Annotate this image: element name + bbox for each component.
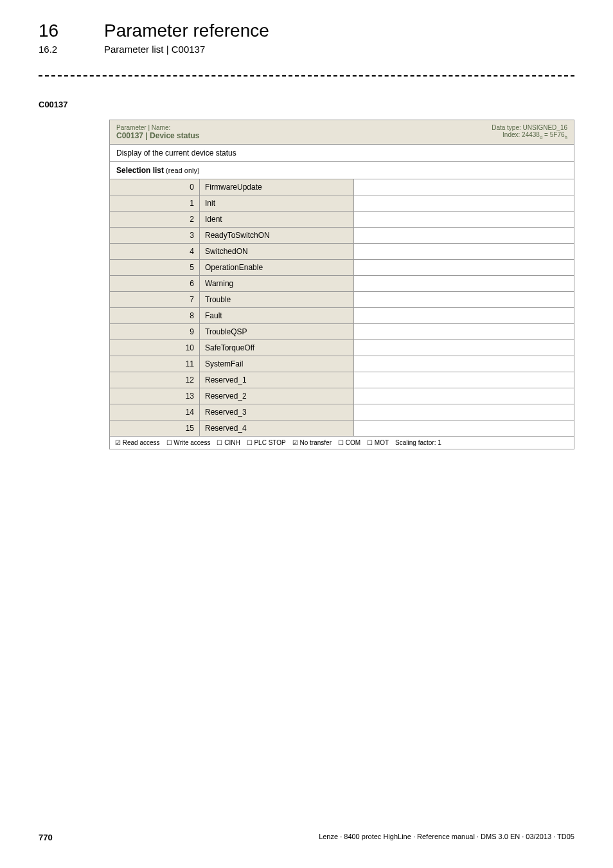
row-blank xyxy=(354,276,574,291)
table-row: 10 SafeTorqueOff xyxy=(110,340,574,356)
parameter-table: Parameter | Name: C00137 | Device status… xyxy=(109,120,574,449)
row-blank xyxy=(354,244,574,259)
index-sub-h: h xyxy=(565,134,567,140)
parameter-name: C00137 | Device status xyxy=(116,131,479,140)
row-blank xyxy=(354,292,574,307)
row-val: Warning xyxy=(200,276,354,291)
data-type: Data type: UNSIGNED_16 xyxy=(492,124,567,131)
chapter-number: 16 xyxy=(39,21,104,41)
access-plcstop: ☐ PLC STOP xyxy=(247,439,286,446)
access-mot: ☐ MOT xyxy=(367,439,389,446)
row-blank xyxy=(354,324,574,339)
row-num: 10 xyxy=(110,340,200,356)
index-line: Index: 24438d = 5F76h xyxy=(492,131,567,140)
row-blank xyxy=(354,388,574,404)
table-row: 9 TroubleQSP xyxy=(110,324,574,340)
row-num: 5 xyxy=(110,260,200,275)
page-footer: 770 Lenze · 8400 protec HighLine · Refer… xyxy=(39,833,574,842)
access-write: ☐ Write access xyxy=(166,439,211,446)
table-row: 6 Warning xyxy=(110,276,574,292)
row-num: 15 xyxy=(110,420,200,436)
access-cinh: ☐ CINH xyxy=(217,439,240,446)
row-val: Reserved_4 xyxy=(200,420,354,436)
row-val: OperationEnable xyxy=(200,260,354,275)
parameter-description: Display of the current device status xyxy=(110,145,574,162)
table-row: 14 Reserved_3 xyxy=(110,404,574,420)
row-num: 11 xyxy=(110,356,200,372)
row-num: 13 xyxy=(110,388,200,404)
row-num: 8 xyxy=(110,308,200,323)
row-val: FirmwareUpdate xyxy=(200,179,354,195)
row-val: TroubleQSP xyxy=(200,324,354,339)
access-com: ☐ COM xyxy=(338,439,360,446)
table-row: 5 OperationEnable xyxy=(110,260,574,276)
table-row: 12 Reserved_1 xyxy=(110,372,574,388)
table-row: 11 SystemFail xyxy=(110,356,574,372)
row-val: SystemFail xyxy=(200,356,354,372)
row-num: 4 xyxy=(110,244,200,259)
row-num: 0 xyxy=(110,179,200,195)
table-row: 2 Ident xyxy=(110,212,574,228)
row-num: 14 xyxy=(110,404,200,420)
access-read: ☑ Read access xyxy=(115,439,160,446)
access-notransfer: ☑ No transfer xyxy=(292,439,332,446)
row-val: Reserved_2 xyxy=(200,388,354,404)
row-val: Fault xyxy=(200,308,354,323)
row-num: 6 xyxy=(110,276,200,291)
access-scaling: Scaling factor: 1 xyxy=(395,439,441,446)
table-row: 3 ReadyToSwitchON xyxy=(110,228,574,244)
index-eq: = 5F76 xyxy=(542,131,564,138)
row-blank xyxy=(354,404,574,420)
table-row: 13 Reserved_2 xyxy=(110,388,574,404)
row-num: 12 xyxy=(110,372,200,388)
table-row: 15 Reserved_4 xyxy=(110,420,574,437)
selection-list-label: Selection list xyxy=(116,166,164,175)
row-val: Init xyxy=(200,195,354,211)
row-val: SafeTorqueOff xyxy=(200,340,354,356)
row-num: 7 xyxy=(110,292,200,307)
parameter-label: Parameter | Name: xyxy=(116,124,479,131)
row-val: ReadyToSwitchON xyxy=(200,228,354,243)
row-blank xyxy=(354,212,574,227)
table-row: 1 Init xyxy=(110,195,574,212)
parameter-code: C00137 xyxy=(39,100,574,109)
row-num: 1 xyxy=(110,195,200,211)
readonly-label: (read only) xyxy=(164,167,200,174)
row-blank xyxy=(354,356,574,372)
page-number: 770 xyxy=(39,833,53,842)
table-row: 7 Trouble xyxy=(110,292,574,308)
row-num: 3 xyxy=(110,228,200,243)
parameter-header-row: Parameter | Name: C00137 | Device status… xyxy=(110,120,574,145)
row-blank xyxy=(354,195,574,211)
row-val: Trouble xyxy=(200,292,354,307)
row-blank xyxy=(354,420,574,436)
divider xyxy=(39,75,574,77)
row-num: 2 xyxy=(110,212,200,227)
row-val: Reserved_1 xyxy=(200,372,354,388)
row-val: SwitchedON xyxy=(200,244,354,259)
selection-list-header: Selection list (read only) xyxy=(110,162,574,179)
section-title: Parameter list | C00137 xyxy=(104,44,205,55)
row-num: 9 xyxy=(110,324,200,339)
row-blank xyxy=(354,179,574,195)
parameter-datatype-block: Data type: UNSIGNED_16 Index: 24438d = 5… xyxy=(485,120,574,144)
row-blank xyxy=(354,308,574,323)
index-text: Index: 24438 xyxy=(502,131,540,138)
row-val: Reserved_3 xyxy=(200,404,354,420)
table-row: 0 FirmwareUpdate xyxy=(110,179,574,195)
row-blank xyxy=(354,228,574,243)
section-number: 16.2 xyxy=(39,44,104,55)
chapter-title: Parameter reference xyxy=(104,21,269,41)
document-info: Lenze · 8400 protec HighLine · Reference… xyxy=(319,833,574,842)
access-row: ☑ Read access ☐ Write access ☐ CINH ☐ PL… xyxy=(110,437,574,449)
table-row: 8 Fault xyxy=(110,308,574,324)
row-blank xyxy=(354,260,574,275)
row-blank xyxy=(354,372,574,388)
row-val: Ident xyxy=(200,212,354,227)
table-row: 4 SwitchedON xyxy=(110,244,574,260)
row-blank xyxy=(354,340,574,356)
